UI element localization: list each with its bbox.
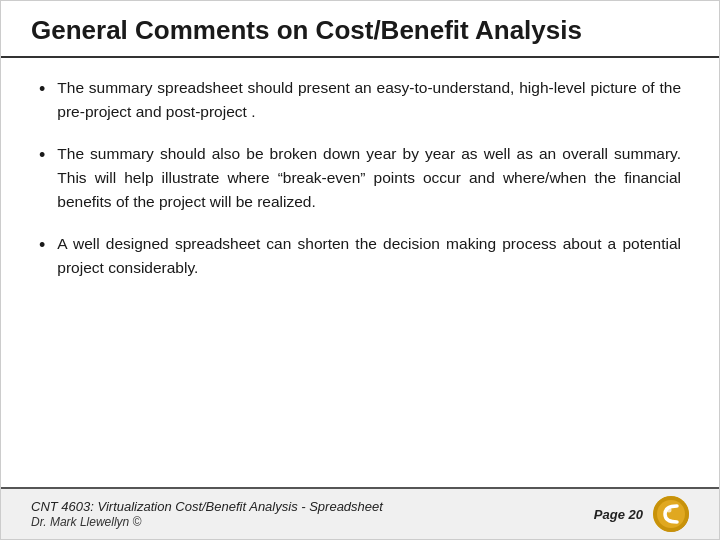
slide: General Comments on Cost/Benefit Analysi… — [0, 0, 720, 540]
bullet-dot-2: • — [39, 142, 45, 169]
footer-course-text: CNT 4603: Virtualization Cost/Benefit An… — [31, 499, 383, 514]
bullet-dot-3: • — [39, 232, 45, 259]
logo-svg — [653, 496, 689, 532]
svg-point-1 — [657, 500, 685, 528]
slide-title-bar: General Comments on Cost/Benefit Analysi… — [1, 1, 719, 58]
footer-right: Page 20 — [594, 496, 689, 532]
bullet-text-1: The summary spreadsheet should present a… — [57, 76, 681, 124]
slide-footer: CNT 4603: Virtualization Cost/Benefit An… — [1, 487, 719, 539]
bullet-item-1: • The summary spreadsheet should present… — [39, 76, 681, 124]
footer-content: CNT 4603: Virtualization Cost/Benefit An… — [31, 499, 383, 529]
footer-author-text: Dr. Mark Llewellyn © — [31, 515, 383, 529]
bullet-item-3: • A well designed spreadsheet can shorte… — [39, 232, 681, 280]
svg-point-2 — [667, 508, 672, 513]
slide-content: • The summary spreadsheet should present… — [1, 58, 719, 487]
bullet-text-2: The summary should also be broken down y… — [57, 142, 681, 214]
slide-title: General Comments on Cost/Benefit Analysi… — [31, 15, 689, 46]
logo-icon — [653, 496, 689, 532]
bullet-dot-1: • — [39, 76, 45, 103]
bullet-text-3: A well designed spreadsheet can shorten … — [57, 232, 681, 280]
footer-page-number: Page 20 — [594, 507, 643, 522]
bullet-item-2: • The summary should also be broken down… — [39, 142, 681, 214]
